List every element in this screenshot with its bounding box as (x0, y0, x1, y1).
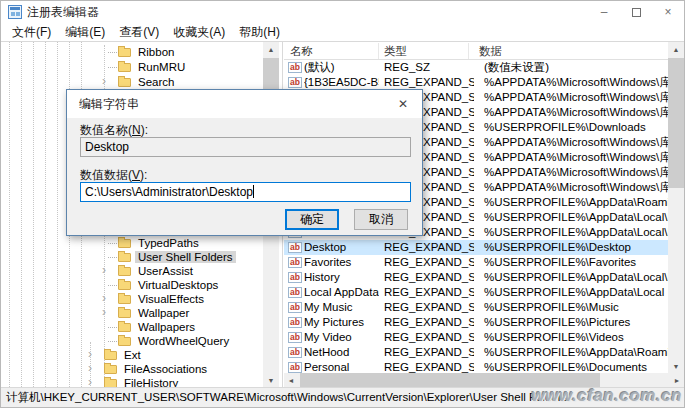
column-header-data[interactable]: 数据 (469, 43, 668, 59)
column-header-type[interactable]: 类型 (379, 43, 469, 59)
string-value-icon (288, 332, 302, 343)
dialog-title: 编辑字符串 (79, 96, 139, 113)
close-icon[interactable]: × (652, 1, 684, 23)
dialog-title-bar: 编辑字符串 ✕ (67, 90, 422, 118)
string-value-icon (288, 77, 302, 88)
folder-icon (118, 323, 131, 332)
string-value-icon (288, 257, 302, 268)
folder-icon (118, 253, 131, 262)
maximize-icon[interactable] (620, 1, 652, 23)
window-title: 注册表编辑器 (27, 4, 99, 21)
registry-editor-window: 注册表编辑器 – × 文件(F) 编辑(E) 查看(V) 收藏夹(A) 帮助(H… (0, 0, 685, 408)
menu-file[interactable]: 文件(F) (5, 23, 58, 41)
menu-view[interactable]: 查看(V) (112, 23, 166, 41)
menu-bar: 文件(F) 编辑(E) 查看(V) 收藏夹(A) 帮助(H) (1, 23, 684, 41)
folder-icon (104, 365, 117, 374)
chevron-right-icon[interactable]: › (99, 264, 109, 278)
folder-icon (118, 281, 131, 290)
tree-item-wallpaper[interactable]: ›Wallpaper (1, 306, 264, 320)
folder-icon (118, 48, 131, 57)
tree-item-fileassociations[interactable]: ›FileAssociations (1, 362, 264, 376)
folder-icon (118, 239, 131, 248)
scroll-down-icon[interactable]: ▼ (263, 373, 279, 387)
folder-icon (104, 379, 117, 387)
ok-button[interactable]: 确定 (285, 209, 339, 230)
folder-icon (118, 267, 131, 276)
table-row[interactable]: {1B3EA5DC-B5...REG_EXPAND_SZ%APPDATA%\Mi… (284, 75, 668, 90)
string-value-icon (288, 287, 302, 298)
table-row[interactable]: My PicturesREG_EXPAND_SZ%USERPROFILE%\Pi… (284, 315, 668, 330)
chevron-right-icon[interactable]: › (99, 292, 109, 306)
chevron-right-icon[interactable]: › (99, 75, 109, 89)
cfan-watermark: www.cfan.com.cn (532, 386, 682, 406)
minimize-icon[interactable]: – (588, 1, 620, 23)
text-caret (253, 185, 254, 198)
table-row[interactable]: HistoryREG_EXPAND_SZ%USERPROFILE%\AppDat… (284, 270, 668, 285)
scroll-right-icon[interactable]: ► (670, 373, 684, 387)
chevron-right-icon[interactable]: › (99, 306, 109, 320)
scroll-up-icon[interactable]: ▲ (263, 42, 279, 56)
scrollbar-thumb[interactable] (668, 58, 684, 188)
string-value-icon (288, 62, 302, 73)
menu-edit[interactable]: 编辑(E) (58, 23, 112, 41)
folder-icon (118, 78, 131, 87)
folder-icon (118, 63, 131, 72)
tree-item-typedpaths[interactable]: TypedPaths (1, 236, 264, 250)
dialog-close-icon[interactable]: ✕ (384, 90, 422, 118)
edit-string-dialog: 编辑字符串 ✕ 数值名称(N): Desktop 数值数据(V): C:\Use… (66, 89, 423, 236)
table-row[interactable]: PersonalREG_EXPAND_SZ%USERPROFILE%\Docum… (284, 360, 668, 373)
tree-item-filehistory[interactable]: ›FileHistory (1, 376, 264, 387)
tree-item-userassist[interactable]: ›UserAssist (1, 264, 264, 278)
table-row-desktop-selected[interactable]: DesktopREG_EXPAND_SZ%USERPROFILE%\Deskto… (284, 240, 668, 255)
tree-item-virtualdesktops[interactable]: VirtualDesktops (1, 278, 264, 292)
table-row[interactable]: My MusicREG_EXPAND_SZ%USERPROFILE%\Music (284, 300, 668, 315)
scroll-left-icon[interactable]: ◄ (284, 373, 298, 387)
title-bar: 注册表编辑器 – × (1, 1, 684, 23)
chevron-right-icon[interactable]: › (85, 348, 95, 362)
tree-item-ext[interactable]: ›Ext (1, 348, 264, 362)
chevron-right-icon[interactable]: › (85, 362, 95, 376)
table-row[interactable]: FavoritesREG_EXPAND_SZ%USERPROFILE%\Favo… (284, 255, 668, 270)
table-row[interactable]: My VideoREG_EXPAND_SZ%USERPROFILE%\Video… (284, 330, 668, 345)
scrollbar-thumb[interactable] (300, 373, 600, 387)
table-row[interactable]: NetHoodREG_EXPAND_SZ%USERPROFILE%\AppDat… (284, 345, 668, 360)
tree-item-visualeffects[interactable]: ›VisualEffects (1, 292, 264, 306)
list-vertical-scrollbar[interactable]: ▲ ▼ (668, 42, 684, 373)
tree-item-user-shell-folders[interactable]: User Shell Folders (1, 250, 264, 264)
folder-icon (104, 351, 117, 360)
string-value-icon (288, 302, 302, 313)
string-value-icon (288, 317, 302, 328)
window-controls: – × (588, 1, 684, 23)
string-value-icon (288, 347, 302, 358)
list-horizontal-scrollbar[interactable]: ◄ ► (284, 373, 684, 387)
registry-editor-icon (8, 5, 22, 19)
tree-item-ribbon[interactable]: Ribbon (1, 45, 264, 59)
tree-item-wallpapers[interactable]: Wallpapers (1, 320, 264, 334)
scroll-down-icon[interactable]: ▼ (668, 359, 684, 373)
table-row[interactable]: (默认)REG_SZ(数值未设置) (284, 60, 668, 75)
column-header-name[interactable]: 名称 (284, 43, 379, 59)
value-name-field[interactable]: Desktop (80, 137, 411, 157)
string-value-icon (288, 272, 302, 283)
registry-path: 计算机\HKEY_CURRENT_USER\SOFTWARE\Microsoft… (6, 391, 567, 403)
tree-item-wordwheelquery[interactable]: WordWheelQuery (1, 334, 264, 348)
menu-help[interactable]: 帮助(H) (232, 23, 287, 41)
list-header: 名称 类型 数据 (284, 43, 668, 60)
cancel-button[interactable]: 取消 (354, 209, 408, 230)
string-value-icon (288, 242, 302, 253)
folder-icon (118, 309, 131, 318)
tree-item-search[interactable]: ›Search (1, 75, 264, 89)
value-data-input[interactable]: C:\Users\Administrator\Desktop (80, 182, 411, 202)
scroll-up-icon[interactable]: ▲ (668, 42, 684, 56)
chevron-right-icon[interactable]: › (85, 376, 95, 387)
tree-item-runmru[interactable]: RunMRU (1, 60, 264, 74)
folder-icon (118, 337, 131, 346)
string-value-icon (288, 362, 302, 373)
table-row[interactable]: Local AppDataREG_EXPAND_SZ%USERPROFILE%\… (284, 285, 668, 300)
menu-favorites[interactable]: 收藏夹(A) (166, 23, 232, 41)
folder-icon (118, 295, 131, 304)
